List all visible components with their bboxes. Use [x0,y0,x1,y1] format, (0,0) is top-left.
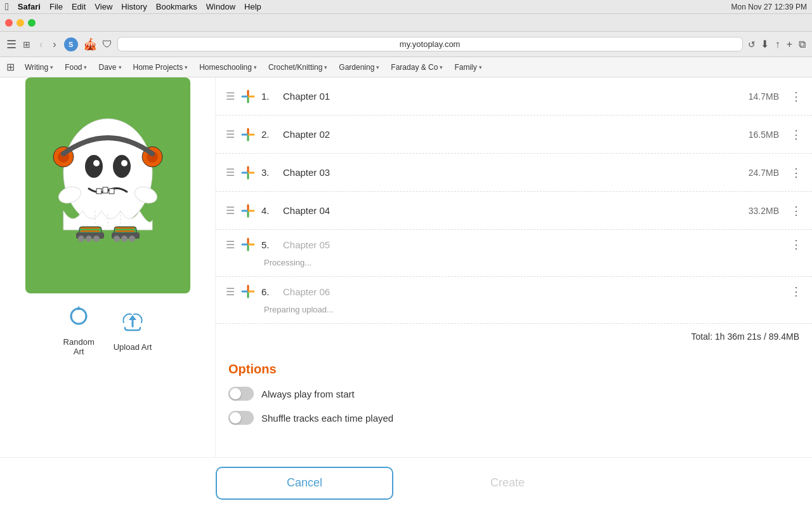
bookmark-faraday[interactable]: Faraday & Co ▾ [386,61,448,74]
chapter-number: 2. [261,129,277,140]
shield-icon: 🛡 [102,39,112,50]
chevron-down-icon: ▾ [440,64,443,70]
drag-handle-icon[interactable]: ☰ [226,166,235,178]
bookmark-gardening[interactable]: Gardening ▾ [334,61,384,74]
shuffle-toggle[interactable] [228,411,254,425]
bookmark-homeschooling[interactable]: Homeschooling ▾ [194,61,262,74]
svg-point-17 [86,236,92,242]
book-cover [25,77,190,293]
bookmark-food[interactable]: Food ▾ [60,61,92,74]
maximize-button[interactable] [28,19,36,27]
more-options-icon[interactable]: ⋮ [790,166,802,180]
edit-menu[interactable]: Edit [72,2,86,11]
cancel-button[interactable]: Cancel [216,467,393,500]
chapter-row: ☰ 1. Chapter 01 14.7MB ⋮ [216,77,812,116]
right-panel[interactable]: ☰ 1. Chapter 01 14.7MB ⋮ ☰ [216,77,812,508]
apple-menu[interactable]:  [5,1,9,13]
tabs-overview-icon[interactable]: ⧉ [799,39,806,50]
option-row-always-play: Always play from start [228,387,799,401]
bookmarks-menu[interactable]: Bookmarks [156,2,197,11]
options-title: Options [228,362,799,377]
url-bar[interactable]: my.yotoplay.com [117,37,743,51]
chapter-size: 16.5MB [749,130,779,140]
svg-point-22 [121,236,128,242]
share-icon[interactable]: ↑ [775,39,780,50]
browser-toolbar: ☰ ⊞ ‹ › S 🎪 🛡 my.yotoplay.com ↺ ⬇ ↑ + ⧉ [0,32,812,57]
drag-handle-icon[interactable]: ☰ [226,128,235,140]
drag-handle-icon[interactable]: ☰ [226,286,235,298]
new-tab-icon[interactable]: + [787,39,792,50]
bookmark-family-label: Family [454,63,476,72]
always-play-label: Always play from start [261,389,355,399]
more-options-icon[interactable]: ⋮ [790,204,802,218]
back-button[interactable]: ‹ [37,39,45,50]
upload-art-label: Upload Art [114,342,152,352]
bookmark-dave[interactable]: Dave ▾ [93,61,126,74]
bookmark-home-projects[interactable]: Home Projects ▾ [128,61,193,74]
more-options-icon[interactable]: ⋮ [790,284,802,298]
processing-status: Processing... [226,258,802,269]
create-button: Create [419,467,596,500]
chevron-down-icon: ▾ [376,64,379,70]
svg-rect-5 [96,189,102,194]
bookmark-family[interactable]: Family ▾ [449,61,487,74]
ghost-illustration [38,84,178,287]
user-avatar[interactable]: S [64,37,78,51]
always-play-toggle[interactable] [228,387,254,401]
apps-icon[interactable]: ⊞ [6,61,15,73]
chapter-size: 33.2MB [749,206,779,216]
bookmark-food-label: Food [65,63,82,72]
download-icon[interactable]: ⬇ [761,38,769,50]
bookmarks-bar: ⊞ Writing ▾ Food ▾ Dave ▾ Home Projects … [0,57,812,77]
reload-button[interactable]: ↺ [748,39,756,50]
bookmark-faraday-label: Faraday & Co [391,63,438,72]
yoto-plus-icon-6 [241,284,255,298]
view-menu[interactable]: View [95,2,112,11]
chapter-size: 24.7MB [749,168,779,178]
close-button[interactable] [5,19,13,27]
traffic-lights [5,19,36,27]
yoto-plus-icon-3 [241,166,255,180]
bookmark-home-projects-label: Home Projects [133,63,183,72]
chevron-down-icon: ▾ [50,64,53,70]
more-options-icon[interactable]: ⋮ [790,90,802,104]
upload-art-button[interactable]: Upload Art [114,309,152,352]
drag-handle-icon[interactable]: ☰ [226,239,235,251]
yoto-icon: 🎪 [83,37,97,51]
minimize-button[interactable] [16,19,24,27]
forward-button[interactable]: › [50,39,58,50]
random-art-button[interactable]: RandomArt [63,304,95,356]
help-menu[interactable]: Help [244,2,261,11]
chapter-row: ☰ 4. Chapter 04 33.2MB ⋮ [216,192,812,230]
action-buttons: RandomArt Upload Art [63,304,152,356]
more-options-icon[interactable]: ⋮ [790,128,802,142]
toolbar-right-icons: ⬇ ↑ + ⧉ [761,38,806,50]
options-section: Options Always play from start Shuffle t… [216,349,812,425]
chapter-name: Chapter 05 [283,239,784,250]
yoto-plus-icon-1 [241,90,255,104]
window-menu[interactable]: Window [206,2,235,11]
svg-point-1 [85,155,103,178]
drag-handle-icon[interactable]: ☰ [226,90,235,102]
history-menu[interactable]: History [121,2,147,11]
chapter-name: Chapter 06 [283,286,784,297]
bookmark-writing[interactable]: Writing ▾ [20,61,58,74]
svg-rect-7 [109,189,114,194]
drag-handle-icon[interactable]: ☰ [226,204,235,217]
chevron-down-icon: ▾ [254,64,257,70]
file-menu[interactable]: File [49,2,63,11]
chevron-down-icon: ▾ [324,64,327,70]
total-info: Total: 1h 36m 21s / 89.4MB [216,324,812,349]
bookmark-gardening-label: Gardening [339,63,374,72]
safari-menu[interactable]: Safari [18,2,41,11]
sidebar-toggle-icon[interactable]: ☰ [6,37,16,51]
chevron-down-icon: ▾ [84,64,87,70]
svg-marker-32 [129,315,136,320]
chapter-row: ☰ 5. Chapter 05 ⋮ Processing... [216,230,812,277]
chapter-list: ☰ 1. Chapter 01 14.7MB ⋮ ☰ [216,77,812,324]
grid-icon[interactable]: ⊞ [23,39,30,50]
more-options-icon[interactable]: ⋮ [790,237,802,251]
bookmark-crochet-label: Crochet/Knitting [268,63,322,72]
bookmark-crochet[interactable]: Crochet/Knitting ▾ [263,61,332,74]
chapter-row: ☰ 6. Chapter 06 ⋮ Preparing upload... [216,277,812,324]
